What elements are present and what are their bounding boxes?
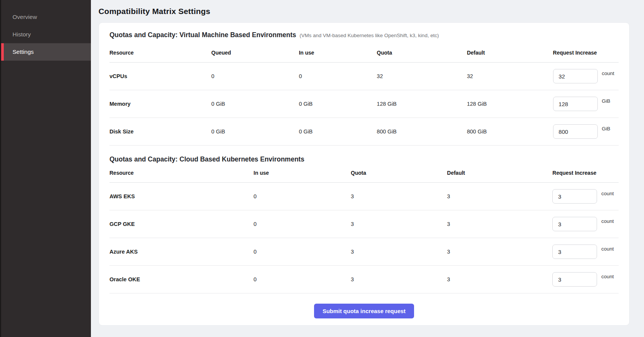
column-header-in-use: In use [253, 163, 351, 183]
cell-quota: 32 [377, 63, 467, 90]
vm-section-header: Quotas and Capacity: Virtual Machine Bas… [109, 31, 619, 39]
cell-default: 800 GiB [467, 118, 553, 146]
cell-in-use: 0 [253, 238, 351, 266]
unit-label: count [601, 274, 614, 279]
cell-default: 32 [467, 63, 553, 90]
unit-label: GiB [602, 126, 611, 132]
cell-default: 3 [447, 183, 552, 210]
submit-area: Submit quota increase request [109, 293, 619, 318]
cell-resource: Disk Size [109, 118, 211, 146]
cell-quota: 3 [351, 266, 447, 293]
page-title: Compatibility Matrix Settings [98, 7, 630, 16]
table-row: GCP GKE 0 3 3 count [109, 210, 619, 238]
cloud-section-title: Quotas and Capacity: Cloud Based Kuberne… [109, 155, 304, 163]
column-header-request-increase: Request Increase [553, 39, 619, 63]
table-row: Disk Size 0 GiB 0 GiB 800 GiB 800 GiB Gi… [109, 118, 619, 146]
cell-quota: 3 [351, 210, 447, 238]
cell-in-use: 0 [253, 183, 351, 210]
unit-label: count [601, 246, 614, 252]
gcp-gke-request-input[interactable] [552, 217, 597, 231]
vm-quota-table: Resource Queued In use Quota Default Req… [109, 39, 619, 146]
main-content: Compatibility Matrix Settings Quotas and… [91, 0, 644, 337]
column-header-request-increase: Request Increase [552, 163, 619, 183]
memory-request-input[interactable] [553, 97, 598, 111]
cell-in-use: 0 [299, 63, 377, 90]
app-window: Overview History Settings Compatibility … [0, 0, 644, 337]
request-increase-cell: count [552, 272, 619, 287]
unit-label: count [601, 218, 614, 224]
cloud-quota-table: Resource In use Quota Default Request In… [109, 163, 619, 293]
cell-quota: 800 GiB [377, 118, 467, 146]
table-row: AWS EKS 0 3 3 count [109, 183, 619, 210]
cell-quota: 3 [351, 183, 447, 210]
sidebar-item-overview[interactable]: Overview [1, 8, 91, 26]
table-row: Memory 0 GiB 0 GiB 128 GiB 128 GiB GiB [109, 90, 619, 118]
column-header-queued: Queued [211, 39, 299, 63]
column-header-quota: Quota [377, 39, 467, 63]
settings-card: Quotas and Capacity: Virtual Machine Bas… [98, 22, 630, 326]
cell-resource: Memory [109, 90, 211, 118]
cell-quota: 128 GiB [377, 90, 467, 118]
column-header-resource: Resource [109, 163, 253, 183]
cell-resource: vCPUs [109, 63, 211, 90]
request-increase-cell: count [552, 189, 619, 204]
cell-in-use: 0 GiB [299, 118, 377, 146]
azure-aks-request-input[interactable] [552, 245, 597, 259]
table-header-row: Resource In use Quota Default Request In… [109, 163, 619, 183]
cell-default: 3 [447, 266, 552, 293]
cell-default: 3 [447, 238, 552, 266]
cell-default: 128 GiB [467, 90, 553, 118]
aws-eks-request-input[interactable] [552, 189, 597, 204]
column-header-default: Default [447, 163, 552, 183]
cell-quota: 3 [351, 238, 447, 266]
disk-size-request-input[interactable] [553, 124, 598, 139]
column-header-default: Default [467, 39, 553, 63]
cloud-section-header: Quotas and Capacity: Cloud Based Kuberne… [109, 155, 619, 163]
sidebar: Overview History Settings [0, 0, 91, 337]
table-row: vCPUs 0 0 32 32 count [109, 63, 619, 90]
cell-queued: 0 GiB [211, 90, 299, 118]
column-header-quota: Quota [351, 163, 447, 183]
cell-resource: Azure AKS [109, 238, 253, 266]
cell-resource: AWS EKS [109, 183, 253, 210]
cell-in-use: 0 GiB [299, 90, 377, 118]
cell-default: 3 [447, 210, 552, 238]
request-increase-cell: count [552, 217, 619, 231]
unit-label: GiB [602, 98, 611, 104]
request-increase-cell: GiB [553, 124, 619, 139]
sidebar-item-label: Settings [13, 49, 34, 55]
vcpus-request-input[interactable] [553, 69, 598, 83]
cell-resource: Oracle OKE [109, 266, 253, 293]
column-header-resource: Resource [109, 39, 211, 63]
cell-resource: GCP GKE [109, 210, 253, 238]
column-header-in-use: In use [299, 39, 377, 63]
sidebar-item-history[interactable]: History [1, 26, 91, 43]
unit-label: count [601, 191, 614, 196]
cell-queued: 0 [211, 63, 299, 90]
cell-in-use: 0 [253, 210, 351, 238]
vm-section-title: Quotas and Capacity: Virtual Machine Bas… [109, 31, 296, 39]
submit-quota-increase-button[interactable]: Submit quota increase request [314, 304, 414, 318]
sidebar-item-settings[interactable]: Settings [1, 43, 91, 61]
table-row: Azure AKS 0 3 3 count [109, 238, 619, 266]
request-increase-cell: GiB [553, 97, 619, 111]
oracle-oke-request-input[interactable] [552, 272, 597, 287]
table-header-row: Resource Queued In use Quota Default Req… [109, 39, 619, 63]
table-row: Oracle OKE 0 3 3 count [109, 266, 619, 293]
request-increase-cell: count [553, 69, 619, 83]
unit-label: count [602, 71, 614, 76]
cell-in-use: 0 [253, 266, 351, 293]
sidebar-item-label: History [13, 31, 31, 38]
sidebar-item-label: Overview [13, 14, 37, 20]
request-increase-cell: count [552, 245, 619, 259]
cell-queued: 0 GiB [211, 118, 299, 146]
vm-section-note: (VMs and VM-based Kubernetes like OpenSh… [300, 33, 439, 38]
